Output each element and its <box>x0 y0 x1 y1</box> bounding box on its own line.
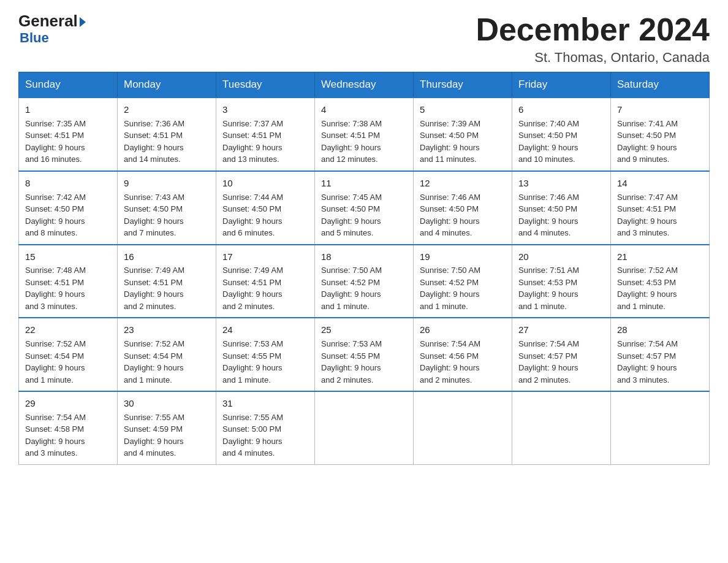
day-info: Sunrise: 7:50 AMSunset: 4:52 PMDaylight:… <box>420 264 506 312</box>
day-number: 13 <box>518 177 604 190</box>
week-row-4: 22Sunrise: 7:52 AMSunset: 4:54 PMDayligh… <box>19 318 710 391</box>
day-info: Sunrise: 7:50 AMSunset: 4:52 PMDaylight:… <box>321 264 407 312</box>
day-info: Sunrise: 7:49 AMSunset: 4:51 PMDaylight:… <box>222 264 308 312</box>
table-row: 22Sunrise: 7:52 AMSunset: 4:54 PMDayligh… <box>19 318 118 391</box>
day-number: 25 <box>321 323 407 337</box>
day-info: Sunrise: 7:43 AMSunset: 4:50 PMDaylight:… <box>124 191 210 239</box>
table-row: 8Sunrise: 7:42 AMSunset: 4:50 PMDaylight… <box>19 171 118 245</box>
day-number: 8 <box>25 177 111 190</box>
table-row: 2Sunrise: 7:36 AMSunset: 4:51 PMDaylight… <box>118 98 216 171</box>
day-info: Sunrise: 7:42 AMSunset: 4:50 PMDaylight:… <box>25 191 111 239</box>
table-row: 30Sunrise: 7:55 AMSunset: 4:59 PMDayligh… <box>118 391 216 464</box>
table-row <box>315 391 414 464</box>
day-info: Sunrise: 7:49 AMSunset: 4:51 PMDaylight:… <box>124 264 210 312</box>
table-row: 24Sunrise: 7:53 AMSunset: 4:55 PMDayligh… <box>216 318 315 391</box>
day-info: Sunrise: 7:46 AMSunset: 4:50 PMDaylight:… <box>518 191 604 239</box>
header-thursday: Thursday <box>414 72 512 98</box>
day-number: 11 <box>321 177 407 190</box>
day-info: Sunrise: 7:40 AMSunset: 4:50 PMDaylight:… <box>518 118 604 166</box>
week-row-5: 29Sunrise: 7:54 AMSunset: 4:58 PMDayligh… <box>19 391 710 464</box>
day-number: 6 <box>518 103 604 117</box>
table-row: 12Sunrise: 7:46 AMSunset: 4:50 PMDayligh… <box>414 171 512 245</box>
table-row: 4Sunrise: 7:38 AMSunset: 4:51 PMDaylight… <box>315 98 414 171</box>
day-number: 5 <box>420 103 506 117</box>
table-row: 28Sunrise: 7:54 AMSunset: 4:57 PMDayligh… <box>611 318 710 391</box>
day-number: 12 <box>420 177 506 190</box>
table-row: 21Sunrise: 7:52 AMSunset: 4:53 PMDayligh… <box>611 245 710 318</box>
day-number: 20 <box>518 250 604 264</box>
day-number: 27 <box>518 323 604 337</box>
day-number: 2 <box>124 103 210 117</box>
table-row: 6Sunrise: 7:40 AMSunset: 4:50 PMDaylight… <box>512 98 611 171</box>
day-info: Sunrise: 7:52 AMSunset: 4:54 PMDaylight:… <box>124 338 210 386</box>
day-number: 15 <box>25 250 111 264</box>
day-number: 24 <box>222 323 308 337</box>
table-row: 11Sunrise: 7:45 AMSunset: 4:50 PMDayligh… <box>315 171 414 245</box>
day-number: 23 <box>124 323 210 337</box>
table-row: 23Sunrise: 7:52 AMSunset: 4:54 PMDayligh… <box>118 318 216 391</box>
header-friday: Friday <box>512 72 611 98</box>
day-number: 3 <box>222 103 308 117</box>
table-row: 16Sunrise: 7:49 AMSunset: 4:51 PMDayligh… <box>118 245 216 318</box>
day-number: 19 <box>420 250 506 264</box>
table-row: 29Sunrise: 7:54 AMSunset: 4:58 PMDayligh… <box>19 391 118 464</box>
day-number: 30 <box>124 397 210 410</box>
day-info: Sunrise: 7:36 AMSunset: 4:51 PMDaylight:… <box>124 118 210 166</box>
table-row: 31Sunrise: 7:55 AMSunset: 5:00 PMDayligh… <box>216 391 315 464</box>
day-info: Sunrise: 7:41 AMSunset: 4:50 PMDaylight:… <box>617 118 703 166</box>
day-number: 26 <box>420 323 506 337</box>
day-number: 10 <box>222 177 308 190</box>
table-row <box>512 391 611 464</box>
day-info: Sunrise: 7:38 AMSunset: 4:51 PMDaylight:… <box>321 118 407 166</box>
header: General Blue December 2024 St. Thomas, O… <box>18 12 710 66</box>
table-row: 27Sunrise: 7:54 AMSunset: 4:57 PMDayligh… <box>512 318 611 391</box>
day-number: 14 <box>617 177 703 190</box>
day-info: Sunrise: 7:44 AMSunset: 4:50 PMDaylight:… <box>222 191 308 239</box>
table-row: 17Sunrise: 7:49 AMSunset: 4:51 PMDayligh… <box>216 245 315 318</box>
day-info: Sunrise: 7:53 AMSunset: 4:55 PMDaylight:… <box>222 338 308 386</box>
logo: General Blue <box>18 12 86 46</box>
day-number: 28 <box>617 323 703 337</box>
day-info: Sunrise: 7:54 AMSunset: 4:58 PMDaylight:… <box>25 412 111 459</box>
logo-blue-text: Blue <box>20 30 49 46</box>
table-row: 19Sunrise: 7:50 AMSunset: 4:52 PMDayligh… <box>414 245 512 318</box>
table-row: 18Sunrise: 7:50 AMSunset: 4:52 PMDayligh… <box>315 245 414 318</box>
page: General Blue December 2024 St. Thomas, O… <box>0 0 728 477</box>
title-month: December 2024 <box>476 12 710 47</box>
logo-general-text: General <box>18 12 86 30</box>
day-number: 31 <box>222 397 308 410</box>
table-row: 7Sunrise: 7:41 AMSunset: 4:50 PMDaylight… <box>611 98 710 171</box>
table-row: 9Sunrise: 7:43 AMSunset: 4:50 PMDaylight… <box>118 171 216 245</box>
day-number: 18 <box>321 250 407 264</box>
day-info: Sunrise: 7:54 AMSunset: 4:57 PMDaylight:… <box>617 338 703 386</box>
day-number: 16 <box>124 250 210 264</box>
day-info: Sunrise: 7:45 AMSunset: 4:50 PMDaylight:… <box>321 191 407 239</box>
logo-arrow-icon <box>80 17 86 27</box>
week-row-1: 1Sunrise: 7:35 AMSunset: 4:51 PMDaylight… <box>19 98 710 171</box>
day-number: 4 <box>321 103 407 117</box>
day-number: 21 <box>617 250 703 264</box>
day-number: 17 <box>222 250 308 264</box>
header-tuesday: Tuesday <box>216 72 315 98</box>
day-info: Sunrise: 7:55 AMSunset: 4:59 PMDaylight:… <box>124 412 210 459</box>
day-number: 29 <box>25 397 111 410</box>
table-row <box>611 391 710 464</box>
title-location: St. Thomas, Ontario, Canada <box>476 50 710 66</box>
day-info: Sunrise: 7:53 AMSunset: 4:55 PMDaylight:… <box>321 338 407 386</box>
day-info: Sunrise: 7:54 AMSunset: 4:56 PMDaylight:… <box>420 338 506 386</box>
day-info: Sunrise: 7:39 AMSunset: 4:50 PMDaylight:… <box>420 118 506 166</box>
title-block: December 2024 St. Thomas, Ontario, Canad… <box>476 12 710 66</box>
calendar-table: Sunday Monday Tuesday Wednesday Thursday… <box>18 72 710 465</box>
day-number: 22 <box>25 323 111 337</box>
table-row: 20Sunrise: 7:51 AMSunset: 4:53 PMDayligh… <box>512 245 611 318</box>
day-info: Sunrise: 7:55 AMSunset: 5:00 PMDaylight:… <box>222 412 308 459</box>
day-info: Sunrise: 7:47 AMSunset: 4:51 PMDaylight:… <box>617 191 703 239</box>
header-wednesday: Wednesday <box>315 72 414 98</box>
day-info: Sunrise: 7:48 AMSunset: 4:51 PMDaylight:… <box>25 264 111 312</box>
header-saturday: Saturday <box>611 72 710 98</box>
day-info: Sunrise: 7:52 AMSunset: 4:53 PMDaylight:… <box>617 264 703 312</box>
day-number: 9 <box>124 177 210 190</box>
table-row <box>414 391 512 464</box>
weekday-header-row: Sunday Monday Tuesday Wednesday Thursday… <box>19 72 710 98</box>
day-number: 1 <box>25 103 111 117</box>
